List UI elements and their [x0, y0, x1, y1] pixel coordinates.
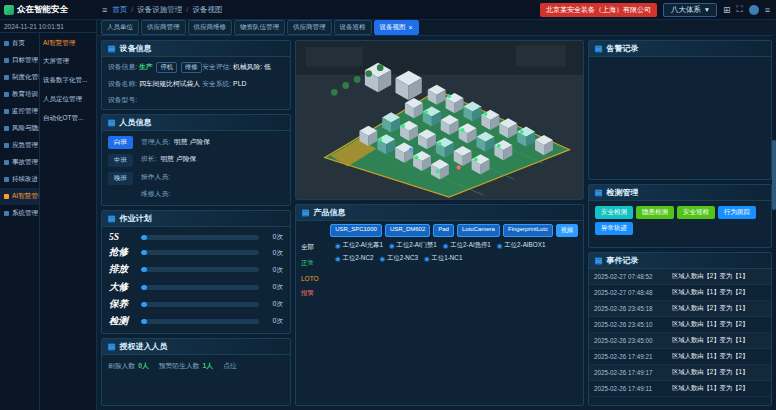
- station-item[interactable]: ◉工位2-NC3: [379, 254, 417, 263]
- progress-bar: [141, 285, 259, 290]
- foreman-value: 明慧 卢险保: [160, 154, 196, 164]
- safety-system-value: PLD: [233, 80, 246, 87]
- tab-personnel-unit[interactable]: 人员单位: [101, 20, 139, 35]
- user-avatar[interactable]: [749, 5, 759, 15]
- alarm-records-panel: ▤告警记录: [588, 40, 772, 180]
- tab-device-inspection[interactable]: 设备巡检: [334, 20, 372, 35]
- submenu-item-bigscreen[interactable]: 大屏管理: [40, 52, 96, 71]
- panel-title: 产品信息: [314, 207, 346, 218]
- station-item[interactable]: ◉工位2-AI光幕1: [335, 241, 383, 250]
- sidebar-item-monitoring[interactable]: 监控管理: [0, 103, 39, 120]
- ai-icon: [4, 194, 9, 199]
- primary-sidebar: 首页 目标管理 制度化管理 教育培训 监控管理 风险与隐患 应急管理 事故管理 …: [0, 33, 40, 410]
- tab-supplier-mgmt-2[interactable]: 供应商管理: [287, 20, 332, 35]
- sidebar-item-accident[interactable]: 事故管理: [0, 154, 39, 171]
- sidebar-item-ai[interactable]: AI智慧管理: [0, 188, 39, 205]
- tab-material-team[interactable]: 物资队伍管理: [234, 20, 285, 35]
- device-button-pad[interactable]: Pad: [433, 224, 454, 237]
- device-name-label: 设备名称:: [108, 80, 137, 87]
- filter-normal[interactable]: 正常: [301, 259, 329, 268]
- event-row[interactable]: 2025-02-26 17:49:11区域人数由【1】变为【2】: [589, 381, 771, 397]
- abnormal-trace-button[interactable]: 异常轨迹: [595, 222, 633, 235]
- monitor-icon: [4, 109, 9, 114]
- station-item[interactable]: ◉工位2-AI门禁1: [389, 241, 437, 250]
- station-item[interactable]: ◉工位2-NC2: [335, 254, 373, 263]
- sidebar-item-system[interactable]: 系统管理: [0, 205, 39, 222]
- panel-icon: ▤: [595, 188, 603, 197]
- sidebar-item-emergency[interactable]: 应急管理: [0, 137, 39, 154]
- breadcrumb-home[interactable]: 首页: [112, 5, 127, 15]
- tab-device-view[interactable]: 设备视图×: [374, 20, 419, 35]
- event-row[interactable]: 2025-02-26 23:45:00区域人数由【2】变为【1】: [589, 333, 771, 349]
- event-row[interactable]: 2025-02-26 23:45:18区域人数由【2】变为【1】: [589, 301, 771, 317]
- breadcrumb-item[interactable]: 设备设施管理: [137, 5, 182, 15]
- sidebar-item-training[interactable]: 教育培训: [0, 86, 39, 103]
- filter-alarm[interactable]: 报警: [301, 289, 329, 298]
- device-button-fingerprint[interactable]: FingerprintLotc: [503, 224, 553, 237]
- device-button-spc1000[interactable]: USR_SPC1000: [330, 224, 382, 237]
- panel-icon: ▤: [595, 256, 603, 265]
- sidebar-item-improvement[interactable]: 持续改进: [0, 171, 39, 188]
- safety-patrol-button[interactable]: 安全巡检: [677, 206, 715, 219]
- event-row[interactable]: 2025-02-26 17:49:17区域人数由【2】变为【1】: [589, 365, 771, 381]
- submenu-item-ot-automation[interactable]: 自动化OT管...: [40, 109, 96, 128]
- shift-night[interactable]: 晚班: [108, 172, 133, 185]
- sidebar-item-targets[interactable]: 目标管理: [0, 52, 39, 69]
- more-menu-icon[interactable]: ≡: [765, 5, 770, 15]
- home-icon: [4, 41, 9, 46]
- event-row[interactable]: 2025-02-27 07:48:52区域人数由【2】变为【1】: [589, 269, 771, 285]
- close-icon[interactable]: ×: [409, 24, 413, 31]
- top-header: 众在智能安全 ≡ 首页 / 设备设施管理 / 设备视图 北京某安全装备（上海）有…: [0, 0, 776, 20]
- shift-day[interactable]: 白班: [108, 136, 133, 149]
- system-select[interactable]: 八大体系 ▾: [663, 3, 717, 17]
- submenu-item-personnel-location[interactable]: 人员定位管理: [40, 90, 96, 109]
- camera-icon: ◉: [379, 255, 385, 263]
- fullscreen-icon[interactable]: ⛶: [736, 4, 742, 15]
- sidebar-item-home[interactable]: 首页: [0, 35, 39, 52]
- scrollbar-thumb[interactable]: [772, 140, 776, 210]
- event-row[interactable]: 2025-02-27 07:48:48区域人数由【1】变为【2】: [589, 285, 771, 301]
- panel-icon: ▤: [595, 44, 603, 53]
- chevron-down-icon: ▾: [705, 5, 709, 14]
- device-model-label: 设备型号:: [108, 96, 137, 103]
- submenu-item-device-digital[interactable]: 设备数字化管...: [40, 71, 96, 90]
- panel-icon: ▤: [108, 44, 116, 53]
- device-button-lotocamera[interactable]: LotoCamera: [457, 224, 500, 237]
- factory-3d-view[interactable]: [295, 40, 584, 200]
- progress-bar: [141, 235, 259, 240]
- document-icon: [4, 75, 9, 80]
- station-item[interactable]: ◉工位1-NC1: [424, 254, 462, 263]
- filter-all[interactable]: 全部: [301, 243, 329, 252]
- progress-bar: [141, 302, 259, 307]
- sidebar-item-institution[interactable]: 制度化管理: [0, 69, 39, 86]
- panel-icon: ▤: [108, 342, 116, 351]
- tab-supplier-mgmt-1[interactable]: 供应商管理: [141, 20, 186, 35]
- shift-middle[interactable]: 中班: [108, 154, 133, 167]
- safety-detect-button[interactable]: 安全检测: [595, 206, 633, 219]
- risk-icon: [4, 126, 9, 131]
- device-button-video[interactable]: 视频: [556, 224, 578, 237]
- stop-button[interactable]: 停机: [156, 62, 177, 73]
- event-row[interactable]: 2025-02-26 17:49:21区域人数由【1】变为【2】: [589, 349, 771, 365]
- hazard-detect-button[interactable]: 隐患检测: [636, 206, 674, 219]
- accident-icon: [4, 160, 9, 165]
- apps-grid-icon[interactable]: ⊞: [723, 5, 731, 15]
- work-plan-row: 抢修0次: [109, 246, 283, 259]
- station-item[interactable]: ◉工位2-AI急停1: [443, 241, 491, 250]
- panel-title: 人员信息: [120, 117, 152, 128]
- event-list: 2025-02-27 07:48:52区域人数由【2】变为【1】 2025-02…: [589, 269, 771, 405]
- event-row[interactable]: 2025-02-26 23:45:10区域人数由【1】变为【2】: [589, 317, 771, 333]
- page-scrollbar[interactable]: [772, 20, 776, 410]
- station-item[interactable]: ◉工位2-AIBOX1: [497, 241, 546, 250]
- menu-toggle-icon[interactable]: ≡: [97, 5, 112, 15]
- repair-button[interactable]: 维修: [181, 62, 202, 73]
- filter-loto[interactable]: LOTO: [301, 275, 329, 282]
- tab-supplier-repair[interactable]: 供应商维修: [188, 20, 233, 35]
- behavior-track-button[interactable]: 行为跟踪: [718, 206, 756, 219]
- panel-icon: ▤: [108, 214, 116, 223]
- sidebar-item-risk[interactable]: 风险与隐患: [0, 120, 39, 137]
- device-button-dm602[interactable]: USR_DM602: [385, 224, 430, 237]
- header-actions: 北京某安全装备（上海）有限公司 八大体系 ▾ ⊞ ⛶ ≡: [540, 3, 776, 17]
- camera-icon: ◉: [389, 242, 395, 250]
- camera-icon: ◉: [443, 242, 449, 250]
